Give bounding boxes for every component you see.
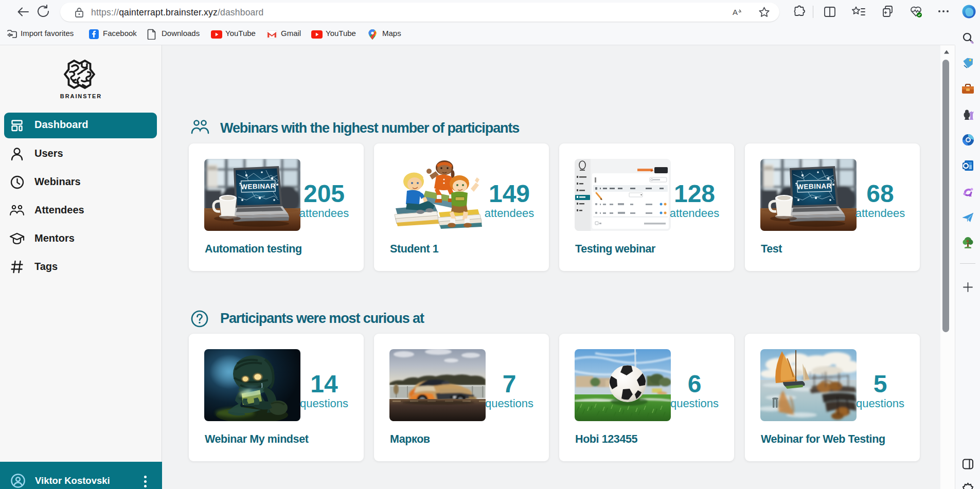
svg-text:WEBINAR: WEBINAR — [241, 182, 276, 191]
svg-text:A: A — [733, 8, 738, 16]
svg-text:WEBINAR: WEBINAR — [797, 182, 832, 191]
